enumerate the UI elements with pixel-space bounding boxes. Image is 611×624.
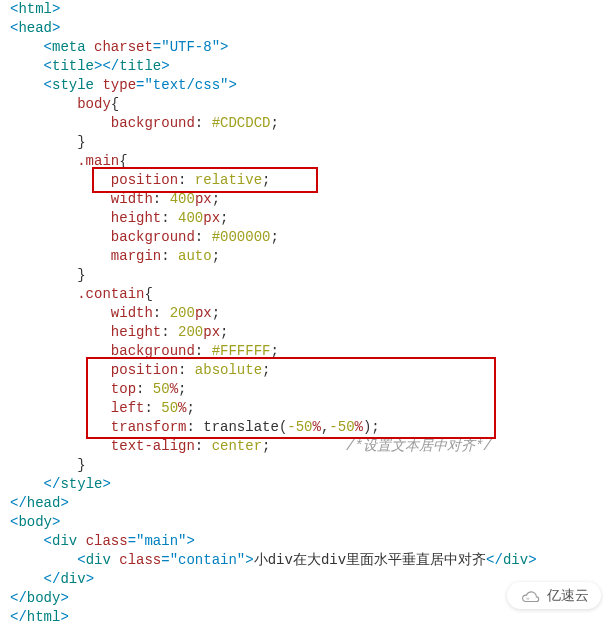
code-line: background: #000000; <box>10 228 601 247</box>
code-line: position: absolute; <box>10 361 601 380</box>
svg-text:∞: ∞ <box>526 595 529 600</box>
code-line: margin: auto; <box>10 247 601 266</box>
watermark-text: 亿速云 <box>547 586 589 605</box>
code-line: background: #FFFFFF; <box>10 342 601 361</box>
code-line: } <box>10 456 601 475</box>
code-block: <html><head> <meta charset="UTF-8"> <tit… <box>0 0 611 624</box>
code-line: </style> <box>10 475 601 494</box>
code-line: height: 400px; <box>10 209 601 228</box>
code-line: position: relative; <box>10 171 601 190</box>
code-line: <div class="main"> <box>10 532 601 551</box>
code-line: .contain{ <box>10 285 601 304</box>
cloud-icon: ∞ <box>519 588 541 604</box>
code-line: transform: translate(-50%,-50%); <box>10 418 601 437</box>
code-line: text-align: center; /*设置文本居中对齐*/ <box>10 437 601 456</box>
code-line: top: 50%; <box>10 380 601 399</box>
css-comment: /*设置文本居中对齐*/ <box>346 438 492 454</box>
code-line: } <box>10 133 601 152</box>
code-line: } <box>10 266 601 285</box>
code-line: height: 200px; <box>10 323 601 342</box>
code-line: <head> <box>10 19 601 38</box>
code-line: </head> <box>10 494 601 513</box>
code-line: </html> <box>10 608 601 624</box>
code-line: <body> <box>10 513 601 532</box>
watermark-badge: ∞ 亿速云 <box>507 582 601 609</box>
code-line: <style type="text/css"> <box>10 76 601 95</box>
code-line: <div class="contain">小div在大div里面水平垂直居中对齐… <box>10 551 601 570</box>
code-line: body{ <box>10 95 601 114</box>
code-line: <title></title> <box>10 57 601 76</box>
code-line: <meta charset="UTF-8"> <box>10 38 601 57</box>
code-line: width: 400px; <box>10 190 601 209</box>
code-line: left: 50%; <box>10 399 601 418</box>
code-line: width: 200px; <box>10 304 601 323</box>
code-line: background: #CDCDCD; <box>10 114 601 133</box>
code-line: .main{ <box>10 152 601 171</box>
code-line: <html> <box>10 0 601 19</box>
